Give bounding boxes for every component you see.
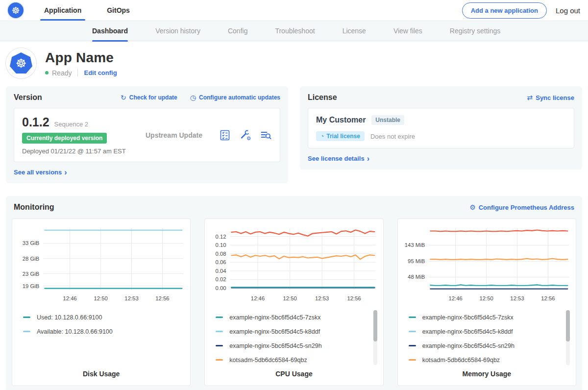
edit-config-link[interactable]: Edit config — [84, 69, 117, 76]
legend-label: example-nginx-5bc6f5d4c5-7zskx — [229, 314, 320, 321]
license-type-badge: ◔ Trial license — [316, 131, 365, 141]
scrollbar-thumb[interactable] — [566, 310, 570, 341]
top-navbar: ☸ Application GitOps Add a new applicati… — [0, 0, 588, 21]
version-number: 0.1.2 — [22, 115, 49, 129]
legend-item: example-nginx-5bc6f5d4c5-sn29h — [409, 339, 572, 353]
subnav: DashboardVersion historyConfigTroublesho… — [0, 21, 588, 41]
legend-scrollbar[interactable] — [373, 310, 377, 365]
legend-swatch — [216, 331, 223, 332]
svg-text:12:46: 12:46 — [251, 295, 265, 301]
configure-auto-updates-link[interactable]: ◷ Configure automatic updates — [190, 94, 280, 101]
subnav-item-registry-settings[interactable]: Registry settings — [450, 21, 500, 41]
legend-swatch — [409, 331, 416, 332]
legend-swatch — [409, 345, 416, 346]
legend-item: Used: 10.128.0.66:9100 — [23, 310, 186, 324]
legend-swatch — [409, 317, 416, 318]
app-avatar: ☸ — [6, 48, 36, 78]
sync-license-label: Sync license — [536, 94, 574, 101]
legend-label: example-nginx-5bc6f5d4c5-sn29h — [422, 342, 514, 349]
legend-swatch — [216, 317, 223, 318]
license-card: License ⇄ Sync license My Customer Unsta… — [300, 86, 582, 170]
chevron-right-icon: › — [64, 170, 67, 175]
stopwatch-icon: ◔ — [320, 133, 324, 140]
disk-usage-legend: Used: 10.128.0.66:9100Available: 10.128.… — [16, 307, 186, 367]
legend-label: example-nginx-5bc6f5d4c5-k8ddf — [422, 328, 513, 335]
tab-gitops[interactable]: GitOps — [105, 0, 132, 21]
svg-text:12:56: 12:56 — [155, 295, 169, 301]
cpu-usage-card: 0.120.100.080.060.040.020.0012:4612:5012… — [204, 219, 383, 386]
preflight-checklist-icon[interactable] — [219, 129, 231, 141]
channel-badge: Unstable — [371, 115, 404, 125]
svg-text:0.00: 0.00 — [216, 285, 226, 291]
check-for-update-link[interactable]: ↻ Check for update — [121, 94, 177, 101]
legend-swatch — [23, 317, 30, 318]
legend-item: example-nginx-5bc6f5d4c5-7zskx — [216, 310, 379, 324]
wheel-icon: ☸ — [11, 5, 20, 16]
svg-text:0.02: 0.02 — [216, 276, 226, 282]
svg-text:12:46: 12:46 — [448, 295, 462, 301]
subnav-item-view-files[interactable]: View files — [393, 21, 422, 41]
scrollbar-thumb[interactable] — [373, 310, 377, 341]
cpu-usage-legend: example-nginx-5bc6f5d4c5-7zskxexample-ng… — [209, 307, 379, 367]
chevron-right-icon: › — [367, 156, 369, 161]
wheel-icon: ☸ — [16, 56, 26, 71]
svg-text:12:56: 12:56 — [541, 295, 555, 301]
add-application-button[interactable]: Add a new application — [462, 2, 547, 19]
sync-arrows-icon: ⇄ — [527, 94, 533, 101]
gear-icon: ⚙ — [469, 204, 476, 211]
svg-text:95 MiB: 95 MiB — [408, 258, 425, 264]
configure-prometheus-label: Configure Prometheus Address — [479, 204, 574, 211]
see-license-details-link[interactable]: See license details › — [308, 155, 369, 162]
clock-refresh-icon: ◷ — [190, 94, 196, 101]
version-source-label: Upstream Update — [146, 131, 219, 139]
configure-prometheus-link[interactable]: ⚙ Configure Prometheus Address — [469, 204, 574, 211]
status-label: Ready — [52, 69, 72, 77]
see-all-versions-link[interactable]: See all versions › — [14, 169, 67, 176]
subnav-item-version-history[interactable]: Version history — [155, 21, 200, 41]
legend-swatch — [216, 359, 223, 361]
legend-scrollbar[interactable] — [566, 310, 570, 365]
disk-usage-card: 33 GiB28 GiB23 GiB19 GiB12:4612:5012:531… — [12, 219, 191, 386]
version-card: Version ↻ Check for update ◷ Configure a… — [6, 86, 288, 183]
logout-button[interactable]: Log out — [556, 6, 580, 15]
view-files-search-icon[interactable] — [260, 129, 272, 141]
subnav-item-dashboard[interactable]: Dashboard — [92, 21, 128, 41]
see-license-details-label: See license details — [308, 155, 365, 162]
legend-item: example-nginx-5bc6f5d4c5-k8ddf — [216, 324, 379, 339]
license-details-row: My Customer Unstable ◔ Trial license Doe… — [308, 108, 574, 148]
tab-application[interactable]: Application — [42, 0, 83, 21]
svg-text:12:56: 12:56 — [347, 295, 361, 301]
legend-label: example-nginx-5bc6f5d4c5-sn29h — [229, 342, 321, 349]
legend-item: example-nginx-5bc6f5d4c5-sn29h — [216, 339, 379, 353]
legend-item: example-nginx-5bc6f5d4c5-7zskx — [409, 310, 572, 324]
svg-text:0.04: 0.04 — [216, 268, 226, 274]
version-sequence: Sequence 2 — [54, 121, 88, 128]
legend-label: kotsadm-5db6dc6584-69qbz — [229, 357, 307, 364]
sync-license-link[interactable]: ⇄ Sync license — [527, 94, 574, 101]
deployed-badge: Currently deployed version — [22, 133, 107, 144]
svg-text:0.08: 0.08 — [216, 251, 226, 257]
monitoring-title: Monitoring — [14, 203, 54, 212]
svg-text:23 GiB: 23 GiB — [23, 271, 40, 277]
svg-text:12:46: 12:46 — [63, 295, 76, 301]
subnav-item-license[interactable]: License — [343, 21, 366, 41]
chart-title: CPU Usage — [209, 367, 379, 380]
svg-text:143 MiB: 143 MiB — [404, 242, 425, 248]
legend-label: example-nginx-5bc6f5d4c5-7zskx — [422, 314, 514, 321]
svg-text:⚙: ⚙ — [246, 135, 251, 141]
edit-config-tools-icon[interactable]: ⚙ — [239, 129, 251, 141]
see-all-versions-label: See all versions — [14, 169, 62, 176]
svg-text:0.10: 0.10 — [216, 242, 226, 248]
license-type-label: Trial license — [326, 133, 360, 140]
subnav-item-troubleshoot[interactable]: Troubleshoot — [275, 21, 315, 41]
legend-swatch — [409, 359, 416, 361]
legend-label: Available: 10.128.0.66:9100 — [37, 328, 113, 335]
current-version-row: 0.1.2 Sequence 2 Currently deployed vers… — [14, 108, 280, 162]
legend-swatch — [216, 345, 223, 346]
subnav-item-config[interactable]: Config — [228, 21, 247, 41]
svg-text:12:50: 12:50 — [283, 295, 297, 301]
svg-text:48 MiB: 48 MiB — [408, 274, 425, 280]
legend-label: kotsadm-5db6dc6584-69qbz — [422, 357, 500, 364]
license-card-title: License — [308, 93, 337, 102]
kubernetes-heptagon-icon: ☸ — [10, 52, 32, 74]
